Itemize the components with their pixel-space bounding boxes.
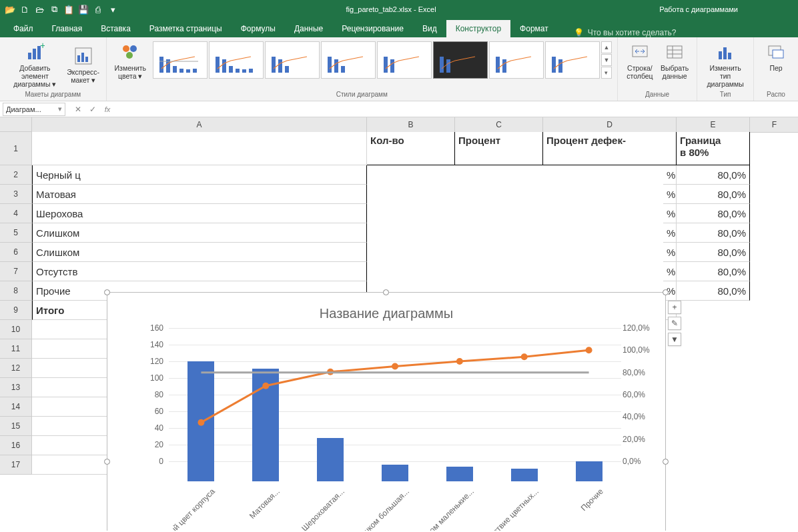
chart-elements-button[interactable]: + <box>668 301 681 314</box>
qat-more-icon[interactable]: ▾ <box>107 3 119 15</box>
cell-D4-edge[interactable]: % <box>663 204 677 223</box>
bar-4[interactable] <box>446 467 473 482</box>
col-header-E[interactable]: E <box>677 117 750 133</box>
cell-D2-edge[interactable]: % <box>663 165 677 185</box>
chart-title[interactable]: Название диаграммы <box>107 293 665 328</box>
tab-review[interactable]: Рецензирование <box>332 20 413 37</box>
tab-data[interactable]: Данные <box>285 20 332 37</box>
cell-D1[interactable]: Процент дефек- <box>543 132 677 165</box>
resize-handle[interactable] <box>663 459 669 465</box>
row-header-5[interactable]: 5 <box>0 223 32 243</box>
bar-5[interactable] <box>511 469 538 481</box>
row-header-15[interactable]: 15 <box>0 417 32 436</box>
tab-home[interactable]: Главная <box>43 20 92 37</box>
copy-icon[interactable]: ⧉ <box>48 3 60 15</box>
style-thumb-4[interactable] <box>321 41 376 79</box>
row-header-8[interactable]: 8 <box>0 281 32 301</box>
row-header-2[interactable]: 2 <box>0 165 32 185</box>
move-chart-button[interactable]: Пер <box>759 40 793 73</box>
bar-3[interactable] <box>382 465 408 481</box>
cancel-icon[interactable]: ✕ <box>72 103 84 115</box>
paste-icon[interactable]: 📋 <box>63 3 75 15</box>
style-thumb-5[interactable] <box>377 41 432 79</box>
new-icon[interactable]: 🗋 <box>19 3 31 15</box>
tab-insert[interactable]: Вставка <box>91 20 140 37</box>
spreadsheet-grid[interactable]: ABCDEF 1234567891011121314151617 Кол-воП… <box>0 117 798 531</box>
tab-page-layout[interactable]: Разметка страницы <box>140 20 232 37</box>
row-header-9[interactable]: 9 <box>0 301 32 320</box>
open-icon[interactable]: 🗁 <box>33 3 45 15</box>
cell-E6[interactable]: 80,0% <box>677 243 750 262</box>
cell-E5[interactable]: 80,0% <box>677 223 750 243</box>
cell-E7[interactable]: 80,0% <box>677 262 750 281</box>
style-thumb-2[interactable] <box>209 41 264 79</box>
select-all-corner[interactable] <box>0 117 32 132</box>
folder-icon[interactable]: 📂 <box>4 3 16 15</box>
row-header-1[interactable]: 1 <box>0 132 32 165</box>
col-header-A[interactable]: A <box>32 117 367 133</box>
cell-A7[interactable]: Отсутств <box>32 262 367 281</box>
add-chart-element-button[interactable]: + Добавить элемент диаграммы ▾ <box>5 40 65 89</box>
cell-B1[interactable]: Кол-во <box>367 132 455 165</box>
style-thumb-1[interactable] <box>153 41 208 79</box>
cell-E4[interactable]: 80,0% <box>677 204 750 223</box>
chart-object[interactable]: + ✎ ▼ Название диаграммы 020406080100120… <box>107 292 666 531</box>
style-thumb-8[interactable] <box>545 41 600 79</box>
cell-E1[interactable]: Граница в 80% <box>677 132 750 165</box>
tab-formulas[interactable]: Формулы <box>232 20 285 37</box>
cell-D5-edge[interactable]: % <box>663 223 677 243</box>
cell-C1[interactable]: Процент <box>455 132 543 165</box>
tab-format[interactable]: Формат <box>510 20 558 37</box>
quick-layout-button[interactable]: Экспресс- макет ▾ <box>66 40 101 89</box>
chart-styles-button[interactable]: ✎ <box>668 317 681 330</box>
tell-me-search[interactable]: 💡 Что вы хотите сделать? <box>574 28 677 37</box>
cell-E8[interactable]: 80,0% <box>677 281 750 301</box>
gallery-down-icon[interactable]: ▼ <box>601 54 612 66</box>
row-header-7[interactable]: 7 <box>0 262 32 281</box>
fx-icon[interactable]: fx <box>101 103 113 115</box>
cell-A2[interactable]: Черный ц <box>32 165 367 185</box>
change-colors-button[interactable]: Изменить цвета ▾ <box>112 40 149 81</box>
cell-E2[interactable]: 80,0% <box>677 165 750 185</box>
tab-design[interactable]: Конструктор <box>446 20 510 37</box>
bar-6[interactable] <box>576 461 603 481</box>
tab-file[interactable]: Файл <box>4 20 43 37</box>
col-header-F[interactable]: F <box>750 117 798 133</box>
cell-D6-edge[interactable]: % <box>663 243 677 262</box>
cell-A3[interactable]: Матовая <box>32 185 367 204</box>
chart-filters-button[interactable]: ▼ <box>668 333 681 346</box>
row-header-3[interactable]: 3 <box>0 185 32 204</box>
resize-handle[interactable] <box>383 289 389 295</box>
switch-row-col-button[interactable]: Строка/ столбец <box>623 40 657 81</box>
name-box[interactable]: Диаграм... ▾ <box>3 103 65 116</box>
row-header-10[interactable]: 10 <box>0 320 32 339</box>
row-header-17[interactable]: 17 <box>0 455 32 475</box>
style-thumb-7[interactable] <box>489 41 544 79</box>
cell-A4[interactable]: Шерохова <box>32 204 367 223</box>
col-header-B[interactable]: B <box>367 117 455 133</box>
row-header-13[interactable]: 13 <box>0 378 32 397</box>
row-header-14[interactable]: 14 <box>0 397 32 417</box>
style-thumb-3[interactable] <box>265 41 320 79</box>
cell-A1[interactable] <box>32 132 367 165</box>
row-header-4[interactable]: 4 <box>0 204 32 223</box>
cell-A6[interactable]: Слишком <box>32 243 367 262</box>
row-header-16[interactable]: 16 <box>0 436 32 455</box>
gallery-up-icon[interactable]: ▲ <box>601 41 612 53</box>
plot-area[interactable]: 0204060801001201401600,0%20,0%40,0%60,0%… <box>141 328 621 481</box>
cell-A5[interactable]: Слишком <box>32 223 367 243</box>
row-header-11[interactable]: 11 <box>0 339 32 359</box>
enter-icon[interactable]: ✓ <box>87 103 99 115</box>
name-box-dropdown-icon[interactable]: ▾ <box>58 105 62 113</box>
cell-E3[interactable]: 80,0% <box>677 185 750 204</box>
change-chart-type-button[interactable]: Изменить тип диаграммы <box>703 40 748 89</box>
row-header-6[interactable]: 6 <box>0 243 32 262</box>
tab-view[interactable]: Вид <box>413 20 446 37</box>
gallery-more-icon[interactable]: ▾ <box>601 67 612 79</box>
col-header-D[interactable]: D <box>543 117 677 133</box>
cell-D7-edge[interactable]: % <box>663 262 677 281</box>
resize-handle[interactable] <box>104 459 110 465</box>
row-header-12[interactable]: 12 <box>0 359 32 378</box>
col-header-C[interactable]: C <box>455 117 543 133</box>
select-data-button[interactable]: Выбрать данные <box>658 40 691 81</box>
